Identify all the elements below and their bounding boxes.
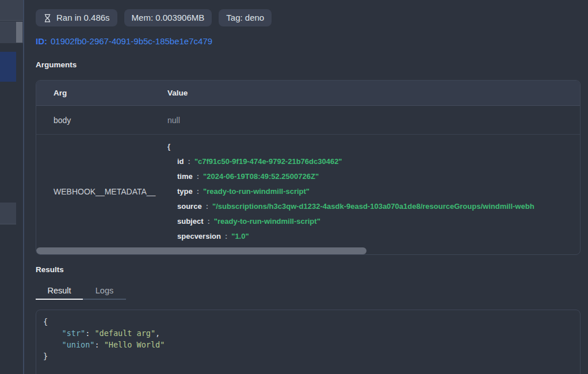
runtime-badge: Ran in 0.486s	[36, 9, 117, 26]
object-string-value: "ready-to-run-windmill-script"	[214, 217, 320, 226]
object-colon: :	[188, 157, 190, 166]
result-json-viewer: { "str": "default arg", "union": "Hello …	[36, 310, 581, 374]
code-open-brace: {	[43, 317, 48, 326]
table-row: WEBHOOK__METADATA__ { id:"c7f91c50-9f19-…	[36, 135, 580, 249]
object-entry: subject:"ready-to-run-windmill-script"	[167, 214, 580, 229]
object-string-value: "/subscriptions/h3c3qw-d1232-4asdk-9easd…	[212, 202, 534, 211]
code-line: "union": "Hello World"	[43, 339, 573, 350]
object-string-value: "2024-06-19T08:49:52.2500726Z"	[203, 172, 319, 181]
code-comma: ,	[155, 329, 160, 338]
code-separator: :	[94, 340, 104, 349]
run-list-item[interactable]	[0, 203, 16, 224]
object-entry: source:"/subscriptions/h3c3qw-d1232-4asd…	[167, 199, 580, 214]
code-line: "str": "default arg",	[43, 327, 573, 339]
run-id-label: ID:	[36, 36, 47, 46]
table-row: body null	[36, 106, 580, 135]
arg-value-object-viewer: { id:"c7f91c50-9f19-474e-9792-21b76dc304…	[166, 135, 580, 249]
runtime-badge-label: Ran in 0.486s	[56, 12, 110, 24]
object-key: type	[177, 187, 193, 196]
code-key: "union"	[62, 340, 95, 349]
column-header-value: Value	[166, 89, 580, 97]
object-colon: :	[197, 172, 199, 181]
tag-badge-label: Tag: deno	[226, 12, 264, 24]
code-line: {	[43, 316, 573, 327]
run-stats-row: Ran in 0.486s Mem: 0.003906MB Tag: deno	[36, 9, 272, 26]
arguments-heading: Arguments	[36, 60, 77, 69]
object-colon: :	[197, 187, 199, 196]
results-heading: Results	[36, 265, 64, 274]
object-string-value: "ready-to-run-windmill-script"	[203, 187, 310, 196]
object-open-brace: {	[167, 139, 580, 154]
tab-logs[interactable]: Logs	[83, 286, 126, 300]
code-string-value: "default arg"	[94, 329, 155, 338]
sidebar-scrollbar-thumb[interactable]	[16, 22, 22, 43]
object-string-value: "c7f91c50-9f19-474e-9792-21b76dc30462"	[194, 157, 342, 166]
code-separator: :	[85, 329, 94, 338]
arguments-table-header: Arg Value	[36, 81, 580, 106]
object-key: source	[177, 202, 202, 211]
code-key: "str"	[62, 329, 86, 338]
code-string-value: "Hello World"	[104, 340, 165, 349]
column-header-arg: Arg	[36, 89, 166, 97]
run-list-item-selected[interactable]	[0, 52, 16, 82]
tab-result[interactable]: Result	[36, 286, 83, 300]
runs-list-sidebar	[0, 0, 24, 374]
object-key: time	[177, 172, 193, 181]
run-detail-panel: Ran in 0.486s Mem: 0.003906MB Tag: deno …	[24, 0, 588, 374]
object-key: id	[177, 157, 184, 166]
object-key: specversion	[177, 232, 221, 241]
run-id-value[interactable]: 01902fb0-2967-4091-9b5c-185be1e7c479	[51, 36, 212, 46]
object-entry: time:"2024-06-19T08:49:52.2500726Z"	[167, 169, 580, 184]
code-line: }	[43, 350, 573, 362]
memory-badge: Mem: 0.003906MB	[124, 9, 212, 26]
object-colon: :	[225, 232, 227, 241]
run-list-item[interactable]	[0, 0, 23, 21]
run-id-line: ID:01902fb0-2967-4091-9b5c-185be1e7c479	[36, 36, 212, 46]
object-entry: specversion:"1.0"	[167, 229, 580, 244]
arg-value-null: null	[166, 116, 580, 125]
hourglass-icon	[43, 14, 52, 22]
tag-badge: Tag: deno	[219, 9, 272, 26]
memory-badge-label: Mem: 0.003906MB	[132, 12, 205, 24]
arguments-table: Arg Value body null WEBHOOK__METADATA__ …	[36, 80, 581, 255]
arg-name: body	[36, 116, 166, 125]
object-colon: :	[208, 217, 210, 226]
object-key: subject	[177, 217, 204, 226]
arg-name: WEBHOOK__METADATA__	[36, 135, 166, 249]
object-colon: :	[206, 202, 208, 211]
code-close-brace: }	[43, 352, 48, 361]
scrollbar-thumb[interactable]	[36, 247, 366, 254]
results-tabs: Result Logs	[36, 286, 126, 300]
object-entry: type:"ready-to-run-windmill-script"	[167, 184, 580, 199]
object-string-value: "1.0"	[231, 232, 249, 241]
table-horizontal-scrollbar[interactable]	[36, 247, 580, 254]
object-entry: id:"c7f91c50-9f19-474e-9792-21b76dc30462…	[167, 154, 580, 169]
